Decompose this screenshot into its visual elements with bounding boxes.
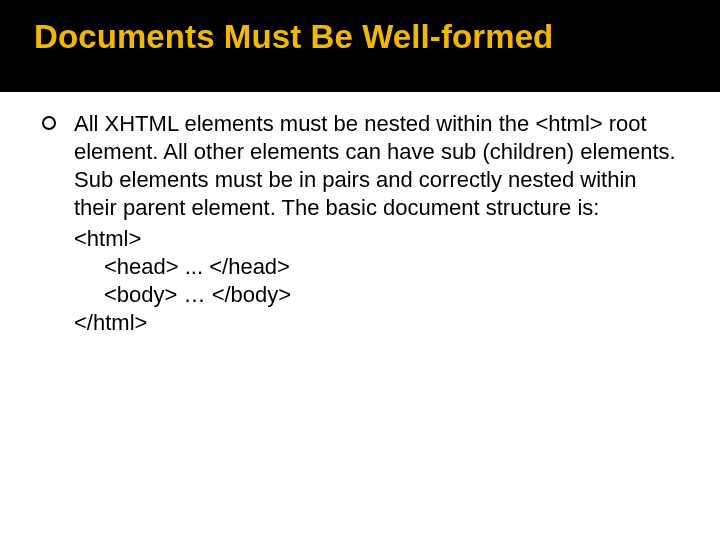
bullet-item: All XHTML elements must be nested within… [42, 110, 684, 337]
slide-content: All XHTML elements must be nested within… [0, 92, 720, 337]
bullet-marker-icon [42, 116, 56, 130]
structure-line-body: <body> … </body> [74, 281, 684, 309]
title-band: Documents Must Be Well-formed [0, 0, 720, 92]
structure-line-close-html: </html> [74, 309, 684, 337]
bullet-body: All XHTML elements must be nested within… [74, 110, 684, 337]
bullet-paragraph: All XHTML elements must be nested within… [74, 111, 676, 220]
structure-block: <html> <head> ... </head> <body> … </bod… [74, 225, 684, 338]
structure-line-open-html: <html> [74, 225, 684, 253]
structure-line-head: <head> ... </head> [74, 253, 684, 281]
slide-title: Documents Must Be Well-formed [34, 18, 720, 56]
